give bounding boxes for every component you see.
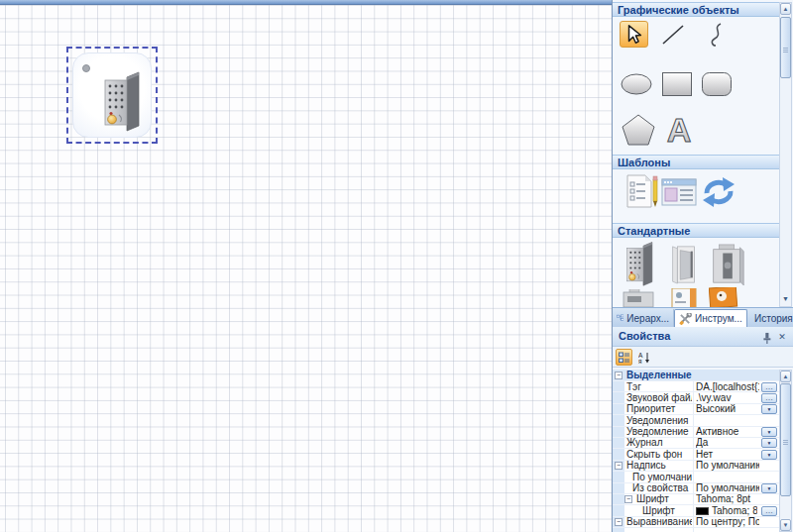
section-header-standard[interactable]: Стандартные (613, 223, 779, 238)
svg-text:A: A (667, 113, 692, 147)
section-header-templates[interactable]: Шаблоны (613, 155, 779, 169)
line-tool[interactable] (658, 21, 688, 48)
curve-tool[interactable] (702, 21, 732, 48)
font-color-swatch (696, 507, 709, 515)
scroll-down-button[interactable]: ▼ (780, 519, 791, 531)
property-grid-scrollbar[interactable]: ▲ ▼ (779, 370, 792, 532)
dropdown-button[interactable]: ▼ (761, 404, 777, 414)
tab-label: Иерарх... (626, 313, 669, 324)
section-title: Шаблоны (618, 157, 670, 168)
property-label: Звуковой файл (626, 393, 692, 404)
standard-reader-button[interactable] (621, 289, 656, 307)
property-row-tag[interactable]: Тэг DA.[localhost{188 … (613, 381, 779, 392)
property-value[interactable]: DA.[localhost{188 (696, 382, 759, 393)
intercom-panel-icon[interactable] (101, 70, 145, 132)
categorized-icon (619, 352, 630, 364)
property-label: Шрифт (636, 494, 692, 505)
property-value[interactable]: Нет (696, 450, 759, 461)
property-row-font[interactable]: Шрифт Tahoma; 8pt … (613, 505, 779, 516)
door-icon (669, 244, 701, 285)
property-row-priority[interactable]: Приоритет Высокий ▼ (613, 404, 779, 415)
ellipsis-button[interactable]: … (761, 382, 777, 392)
standard-photo-card-button[interactable] (708, 287, 739, 307)
drawing-canvas[interactable] (0, 0, 612, 532)
property-value[interactable]: .\vy.wav (696, 393, 759, 404)
property-label: Уведомление (626, 427, 692, 438)
standard-badge-button[interactable] (670, 288, 700, 307)
rounded-rectangle-tool[interactable] (700, 69, 734, 99)
categorized-view-button[interactable] (616, 349, 632, 366)
standard-door-button[interactable] (668, 243, 702, 286)
property-label: Из свойства (632, 483, 692, 494)
checklist-template-button[interactable] (624, 172, 660, 210)
scroll-up-button[interactable]: ▲ (780, 371, 791, 382)
pointer-tool[interactable] (620, 21, 648, 48)
property-value[interactable]: По умолчанию (696, 483, 759, 494)
ellipse-icon (620, 72, 653, 96)
property-value[interactable]: Активное (696, 427, 759, 438)
turnstile-icon (711, 243, 746, 286)
property-row-hide-background[interactable]: Скрыть фон Нет ▼ (613, 449, 779, 460)
properties-toolbar (613, 347, 793, 368)
dropdown-button[interactable]: ▼ (761, 483, 777, 493)
property-label: Журнал (626, 438, 692, 449)
property-row-notification[interactable]: Уведомление Активное ▼ (613, 427, 779, 438)
rectangle-tool[interactable] (660, 69, 694, 99)
property-row-sound-file[interactable]: Звуковой файл .\vy.wav … (613, 392, 779, 403)
property-label: Шрифт (642, 506, 692, 517)
scroll-down-button[interactable]: ▼ (782, 295, 789, 303)
section-title: Графические объекты (618, 4, 739, 16)
close-icon[interactable]: ✕ (776, 332, 788, 344)
scrollbar-thumb[interactable] (780, 17, 791, 78)
property-value[interactable]: Высокий (696, 404, 759, 415)
collapse-icon[interactable]: − (615, 518, 623, 526)
selected-object[interactable] (66, 47, 158, 144)
property-row-partial[interactable] (613, 528, 779, 532)
palette-scrollbar[interactable]: ▲ ▼ (779, 2, 792, 307)
property-value[interactable]: По умолчанию; Taho (696, 461, 759, 472)
object-anchor-dot (82, 64, 90, 72)
collapse-icon[interactable]: − (615, 372, 623, 379)
scrollbar-thumb[interactable] (780, 383, 791, 496)
property-row-from-property[interactable]: Из свойства По умолчанию ▼ (613, 483, 779, 494)
tab-label: Инструм... (695, 313, 742, 324)
ellipse-tool[interactable] (620, 69, 653, 99)
ellipsis-button[interactable]: … (761, 506, 777, 516)
dropdown-button[interactable]: ▼ (761, 450, 777, 460)
pentagon-tool[interactable] (620, 112, 657, 148)
standard-turnstile-button[interactable] (710, 242, 747, 287)
tab-history[interactable]: История (747, 309, 793, 327)
text-tool[interactable]: A (660, 112, 698, 148)
standard-intercom-button[interactable] (623, 240, 658, 287)
intercom-panel-icon (623, 241, 657, 286)
refresh-templates-button[interactable] (700, 176, 737, 208)
scroll-up-button[interactable]: ▲ (780, 3, 791, 15)
dropdown-button[interactable]: ▼ (761, 427, 777, 437)
tab-tools[interactable]: Инструм... (674, 309, 747, 327)
property-row-journal[interactable]: Журнал Да ▼ (613, 438, 779, 449)
property-value[interactable]: По центру; По верх (696, 517, 759, 528)
property-label: Надпись (626, 461, 692, 472)
property-category-row[interactable]: − Выделенные объекты (613, 370, 779, 381)
pentagon-icon (621, 113, 656, 147)
property-label: Скрыть фон (626, 450, 692, 461)
property-row-notifications[interactable]: Уведомления (613, 415, 779, 426)
object-background-shape[interactable] (72, 53, 152, 138)
property-row-caption[interactable]: − Надпись По умолчанию; Taho (613, 461, 779, 472)
rectangle-icon (661, 71, 693, 97)
property-value[interactable]: Tahoma; 8pt (696, 494, 759, 505)
tab-hierarchy[interactable]: Иерарх... (613, 309, 674, 327)
property-value[interactable]: Tahoma; 8pt (712, 506, 757, 517)
property-row-font-group[interactable]: − Шрифт Tahoma; 8pt (613, 494, 779, 505)
ellipsis-button[interactable]: … (761, 393, 777, 403)
collapse-icon[interactable]: − (624, 495, 632, 503)
property-value[interactable]: Да (696, 438, 759, 449)
property-row-default[interactable]: По умолчанию (613, 472, 779, 482)
collapse-icon[interactable]: − (615, 462, 623, 470)
alphabetical-sort-button[interactable] (635, 349, 652, 366)
property-row-alignment[interactable]: − Выравнивание По центру; По верх (613, 517, 779, 528)
section-header-graphic-objects[interactable]: Графические объекты (613, 2, 779, 17)
form-template-button[interactable] (660, 176, 698, 208)
pin-icon[interactable] (761, 332, 773, 344)
dropdown-button[interactable]: ▼ (761, 438, 777, 448)
